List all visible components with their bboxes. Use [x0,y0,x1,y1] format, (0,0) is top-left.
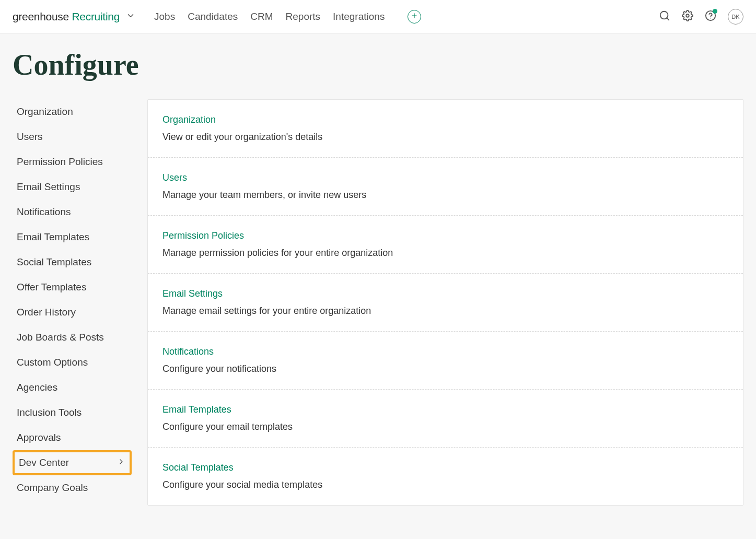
sidebar-item-label: Order History [17,307,76,318]
sidebar-item-approvals[interactable]: Approvals [13,425,132,450]
config-desc: View or edit your organization's details [162,132,728,143]
sidebar: OrganizationUsersPermission PoliciesEmai… [13,99,132,506]
config-title[interactable]: Social Templates [162,462,728,473]
notification-dot [713,9,717,14]
config-item-notifications: NotificationsConfigure your notification… [148,332,743,390]
logo-wrap[interactable]: greenhouse Recruiting [13,10,135,23]
page-title: Configure [0,33,756,88]
sidebar-item-inclusion-tools[interactable]: Inclusion Tools [13,400,132,425]
plus-icon [411,12,418,21]
avatar[interactable]: DK [728,9,743,25]
sidebar-item-permission-policies[interactable]: Permission Policies [13,149,132,174]
config-desc: Manage email settings for your entire or… [162,306,728,317]
chevron-right-icon [117,457,125,468]
config-desc: Configure your email templates [162,421,728,432]
config-title[interactable]: Email Settings [162,288,728,299]
logo-part2: Recruiting [69,10,120,22]
logo: greenhouse Recruiting [13,10,120,23]
settings-button[interactable] [682,10,693,24]
config-item-users: UsersManage your team members, or invite… [148,158,743,216]
chevron-down-icon[interactable] [126,11,135,22]
add-button[interactable] [408,10,421,24]
sidebar-item-social-templates[interactable]: Social Templates [13,250,132,275]
sidebar-item-label: Custom Options [17,357,88,368]
sidebar-item-label: Approvals [17,432,61,443]
search-icon [659,10,670,24]
sidebar-item-order-history[interactable]: Order History [13,300,132,325]
config-desc: Configure your social media templates [162,479,728,490]
sidebar-item-label: Notifications [17,206,71,218]
config-desc: Manage your team members, or invite new … [162,190,728,201]
svg-line-3 [667,18,669,20]
sidebar-item-custom-options[interactable]: Custom Options [13,350,132,375]
config-title[interactable]: Users [162,172,728,183]
nav-links: Jobs Candidates CRM Reports Integrations [154,11,385,22]
sidebar-item-email-templates[interactable]: Email Templates [13,225,132,250]
config-item-email-templates: Email TemplatesConfigure your email temp… [148,390,743,448]
sidebar-item-notifications[interactable]: Notifications [13,200,132,225]
sidebar-item-label: Dev Center [19,457,69,468]
help-button[interactable] [705,10,716,24]
logo-part1: greenhouse [13,10,69,22]
gear-icon [682,10,693,24]
content-wrap: OrganizationUsersPermission PoliciesEmai… [0,88,756,506]
config-title[interactable]: Notifications [162,346,728,357]
nav-reports[interactable]: Reports [286,11,321,22]
config-title[interactable]: Permission Policies [162,230,728,241]
sidebar-item-company-goals[interactable]: Company Goals [13,475,132,500]
svg-point-4 [686,14,689,17]
sidebar-item-dev-center[interactable]: Dev Center [13,450,132,475]
config-item-permission-policies: Permission PoliciesManage permission pol… [148,216,743,274]
config-desc: Manage permission policies for your enti… [162,248,728,259]
sidebar-item-label: Email Templates [17,231,89,243]
nav-candidates[interactable]: Candidates [188,11,238,22]
top-nav: greenhouse Recruiting Jobs Candidates CR… [0,0,756,33]
sidebar-item-label: Offer Templates [17,282,86,293]
sidebar-item-label: Email Settings [17,181,80,193]
config-title[interactable]: Email Templates [162,404,728,415]
nav-jobs[interactable]: Jobs [154,11,175,22]
sidebar-item-label: Inclusion Tools [17,407,82,418]
sidebar-item-label: Users [17,131,43,143]
search-button[interactable] [659,10,670,24]
sidebar-item-organization[interactable]: Organization [13,99,132,124]
nav-integrations[interactable]: Integrations [333,11,385,22]
sidebar-item-label: Organization [17,106,73,118]
config-title[interactable]: Organization [162,114,728,125]
sidebar-item-label: Agencies [17,382,57,393]
config-item-organization: OrganizationView or edit your organizati… [148,100,743,158]
sidebar-item-label: Company Goals [17,482,88,494]
sidebar-item-agencies[interactable]: Agencies [13,375,132,400]
sidebar-item-job-boards-posts[interactable]: Job Boards & Posts [13,325,132,350]
config-item-social-templates: Social TemplatesConfigure your social me… [148,448,743,505]
sidebar-item-offer-templates[interactable]: Offer Templates [13,275,132,300]
config-desc: Configure your notifications [162,364,728,374]
main-panel: OrganizationView or edit your organizati… [147,99,743,506]
top-right: DK [659,9,743,25]
sidebar-item-users[interactable]: Users [13,124,132,149]
sidebar-item-label: Permission Policies [17,156,103,168]
sidebar-item-email-settings[interactable]: Email Settings [13,174,132,200]
sidebar-item-label: Job Boards & Posts [17,332,104,343]
config-item-email-settings: Email SettingsManage email settings for … [148,274,743,332]
nav-crm[interactable]: CRM [250,11,273,22]
sidebar-item-label: Social Templates [17,256,91,268]
